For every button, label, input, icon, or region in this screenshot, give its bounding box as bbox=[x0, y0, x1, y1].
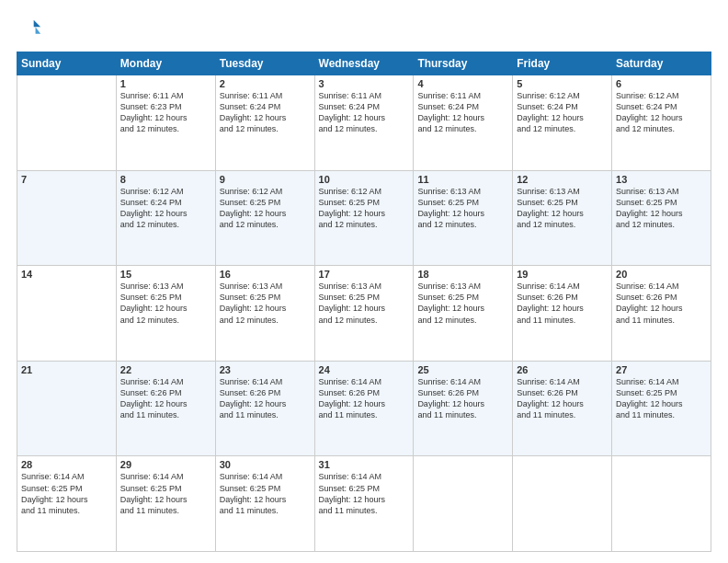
day-number: 30 bbox=[220, 459, 311, 470]
calendar-cell: 22Sunrise: 6:14 AM Sunset: 6:26 PM Dayli… bbox=[116, 361, 215, 456]
calendar-cell: 23Sunrise: 6:14 AM Sunset: 6:26 PM Dayli… bbox=[215, 361, 314, 456]
day-info: Sunrise: 6:14 AM Sunset: 6:26 PM Dayligh… bbox=[616, 281, 707, 326]
calendar-cell bbox=[414, 456, 513, 552]
day-info: Sunrise: 6:14 AM Sunset: 6:25 PM Dayligh… bbox=[21, 471, 112, 516]
calendar-week-2: 1415Sunrise: 6:13 AM Sunset: 6:25 PM Day… bbox=[17, 266, 711, 362]
day-number: 22 bbox=[120, 364, 211, 375]
day-info: Sunrise: 6:13 AM Sunset: 6:25 PM Dayligh… bbox=[517, 186, 608, 231]
calendar-cell: 13Sunrise: 6:13 AM Sunset: 6:25 PM Dayli… bbox=[612, 170, 711, 266]
day-info: Sunrise: 6:14 AM Sunset: 6:26 PM Dayligh… bbox=[417, 376, 508, 421]
calendar-header-thursday: Thursday bbox=[414, 52, 513, 75]
day-number: 3 bbox=[319, 78, 410, 89]
day-number: 23 bbox=[220, 364, 311, 375]
day-number: 28 bbox=[21, 459, 112, 470]
svg-marker-0 bbox=[34, 20, 40, 27]
calendar-cell: 15Sunrise: 6:13 AM Sunset: 6:25 PM Dayli… bbox=[116, 266, 215, 362]
day-info: Sunrise: 6:13 AM Sunset: 6:25 PM Dayligh… bbox=[417, 281, 508, 326]
day-number: 15 bbox=[120, 269, 211, 280]
day-info: Sunrise: 6:11 AM Sunset: 6:24 PM Dayligh… bbox=[220, 90, 311, 135]
logo bbox=[17, 17, 46, 42]
day-number: 4 bbox=[417, 78, 508, 89]
day-number: 11 bbox=[417, 174, 508, 185]
calendar-cell: 24Sunrise: 6:14 AM Sunset: 6:26 PM Dayli… bbox=[314, 361, 414, 456]
calendar-header-friday: Friday bbox=[513, 52, 612, 75]
day-info: Sunrise: 6:11 AM Sunset: 6:23 PM Dayligh… bbox=[120, 90, 211, 135]
day-number: 9 bbox=[220, 174, 311, 185]
day-info: Sunrise: 6:12 AM Sunset: 6:25 PM Dayligh… bbox=[220, 186, 311, 231]
calendar-cell: 1Sunrise: 6:11 AM Sunset: 6:23 PM Daylig… bbox=[116, 75, 215, 171]
calendar-cell: 4Sunrise: 6:11 AM Sunset: 6:24 PM Daylig… bbox=[414, 75, 513, 171]
day-info: Sunrise: 6:14 AM Sunset: 6:25 PM Dayligh… bbox=[319, 471, 410, 516]
day-info: Sunrise: 6:12 AM Sunset: 6:24 PM Dayligh… bbox=[616, 90, 707, 135]
day-number: 26 bbox=[517, 364, 608, 375]
day-info: Sunrise: 6:14 AM Sunset: 6:25 PM Dayligh… bbox=[120, 471, 211, 516]
calendar-week-1: 78Sunrise: 6:12 AM Sunset: 6:24 PM Dayli… bbox=[17, 170, 711, 266]
calendar-cell: 10Sunrise: 6:12 AM Sunset: 6:25 PM Dayli… bbox=[314, 170, 414, 266]
day-number: 17 bbox=[319, 269, 410, 280]
day-number: 7 bbox=[21, 174, 112, 185]
calendar-week-0: 1Sunrise: 6:11 AM Sunset: 6:23 PM Daylig… bbox=[17, 75, 711, 171]
header bbox=[17, 17, 711, 42]
day-number: 8 bbox=[120, 174, 211, 185]
calendar-cell: 6Sunrise: 6:12 AM Sunset: 6:24 PM Daylig… bbox=[612, 75, 711, 171]
day-info: Sunrise: 6:12 AM Sunset: 6:24 PM Dayligh… bbox=[120, 186, 211, 231]
day-info: Sunrise: 6:12 AM Sunset: 6:24 PM Dayligh… bbox=[517, 90, 608, 135]
day-number: 19 bbox=[517, 269, 608, 280]
calendar-cell bbox=[17, 75, 117, 171]
day-number: 25 bbox=[417, 364, 508, 375]
day-info: Sunrise: 6:13 AM Sunset: 6:25 PM Dayligh… bbox=[120, 281, 211, 326]
day-info: Sunrise: 6:13 AM Sunset: 6:25 PM Dayligh… bbox=[417, 186, 508, 231]
calendar-cell: 11Sunrise: 6:13 AM Sunset: 6:25 PM Dayli… bbox=[414, 170, 513, 266]
day-info: Sunrise: 6:14 AM Sunset: 6:26 PM Dayligh… bbox=[517, 376, 608, 421]
calendar-cell: 16Sunrise: 6:13 AM Sunset: 6:25 PM Dayli… bbox=[215, 266, 314, 362]
calendar-week-3: 2122Sunrise: 6:14 AM Sunset: 6:26 PM Day… bbox=[17, 361, 711, 456]
day-info: Sunrise: 6:14 AM Sunset: 6:25 PM Dayligh… bbox=[220, 471, 311, 516]
day-number: 6 bbox=[616, 78, 707, 89]
calendar-cell: 2Sunrise: 6:11 AM Sunset: 6:24 PM Daylig… bbox=[215, 75, 314, 171]
page: SundayMondayTuesdayWednesdayThursdayFrid… bbox=[0, 0, 728, 563]
calendar-cell: 5Sunrise: 6:12 AM Sunset: 6:24 PM Daylig… bbox=[513, 75, 612, 171]
day-info: Sunrise: 6:14 AM Sunset: 6:25 PM Dayligh… bbox=[616, 376, 707, 421]
calendar-table: SundayMondayTuesdayWednesdayThursdayFrid… bbox=[17, 52, 711, 552]
day-number: 2 bbox=[220, 78, 311, 89]
calendar-cell: 19Sunrise: 6:14 AM Sunset: 6:26 PM Dayli… bbox=[513, 266, 612, 362]
day-number: 5 bbox=[517, 78, 608, 89]
calendar-cell: 21 bbox=[17, 361, 117, 456]
day-number: 12 bbox=[517, 174, 608, 185]
calendar-cell: 28Sunrise: 6:14 AM Sunset: 6:25 PM Dayli… bbox=[17, 456, 117, 552]
calendar-cell: 30Sunrise: 6:14 AM Sunset: 6:25 PM Dayli… bbox=[215, 456, 314, 552]
day-number: 13 bbox=[616, 174, 707, 185]
calendar-cell: 12Sunrise: 6:13 AM Sunset: 6:25 PM Dayli… bbox=[513, 170, 612, 266]
day-number: 27 bbox=[616, 364, 707, 375]
logo-icon bbox=[17, 17, 42, 42]
day-number: 14 bbox=[21, 269, 112, 280]
day-info: Sunrise: 6:11 AM Sunset: 6:24 PM Dayligh… bbox=[319, 90, 410, 135]
day-number: 18 bbox=[417, 269, 508, 280]
calendar-cell: 31Sunrise: 6:14 AM Sunset: 6:25 PM Dayli… bbox=[314, 456, 414, 552]
day-info: Sunrise: 6:13 AM Sunset: 6:25 PM Dayligh… bbox=[616, 186, 707, 231]
day-number: 29 bbox=[120, 459, 211, 470]
calendar-header-saturday: Saturday bbox=[612, 52, 711, 75]
calendar-header-row: SundayMondayTuesdayWednesdayThursdayFrid… bbox=[17, 52, 711, 75]
calendar-header-monday: Monday bbox=[116, 52, 215, 75]
day-number: 10 bbox=[319, 174, 410, 185]
calendar-cell: 26Sunrise: 6:14 AM Sunset: 6:26 PM Dayli… bbox=[513, 361, 612, 456]
day-info: Sunrise: 6:14 AM Sunset: 6:26 PM Dayligh… bbox=[120, 376, 211, 421]
day-number: 21 bbox=[21, 364, 112, 375]
calendar-cell bbox=[612, 456, 711, 552]
calendar-cell bbox=[513, 456, 612, 552]
calendar-cell: 7 bbox=[17, 170, 117, 266]
day-info: Sunrise: 6:11 AM Sunset: 6:24 PM Dayligh… bbox=[417, 90, 508, 135]
calendar-cell: 29Sunrise: 6:14 AM Sunset: 6:25 PM Dayli… bbox=[116, 456, 215, 552]
day-number: 24 bbox=[319, 364, 410, 375]
day-number: 16 bbox=[220, 269, 311, 280]
day-info: Sunrise: 6:14 AM Sunset: 6:26 PM Dayligh… bbox=[319, 376, 410, 421]
calendar-cell: 9Sunrise: 6:12 AM Sunset: 6:25 PM Daylig… bbox=[215, 170, 314, 266]
calendar-cell: 8Sunrise: 6:12 AM Sunset: 6:24 PM Daylig… bbox=[116, 170, 215, 266]
calendar-cell: 18Sunrise: 6:13 AM Sunset: 6:25 PM Dayli… bbox=[414, 266, 513, 362]
svg-marker-1 bbox=[36, 27, 41, 33]
calendar-week-4: 28Sunrise: 6:14 AM Sunset: 6:25 PM Dayli… bbox=[17, 456, 711, 552]
calendar-cell: 3Sunrise: 6:11 AM Sunset: 6:24 PM Daylig… bbox=[314, 75, 414, 171]
calendar-cell: 27Sunrise: 6:14 AM Sunset: 6:25 PM Dayli… bbox=[612, 361, 711, 456]
day-number: 31 bbox=[319, 459, 410, 470]
